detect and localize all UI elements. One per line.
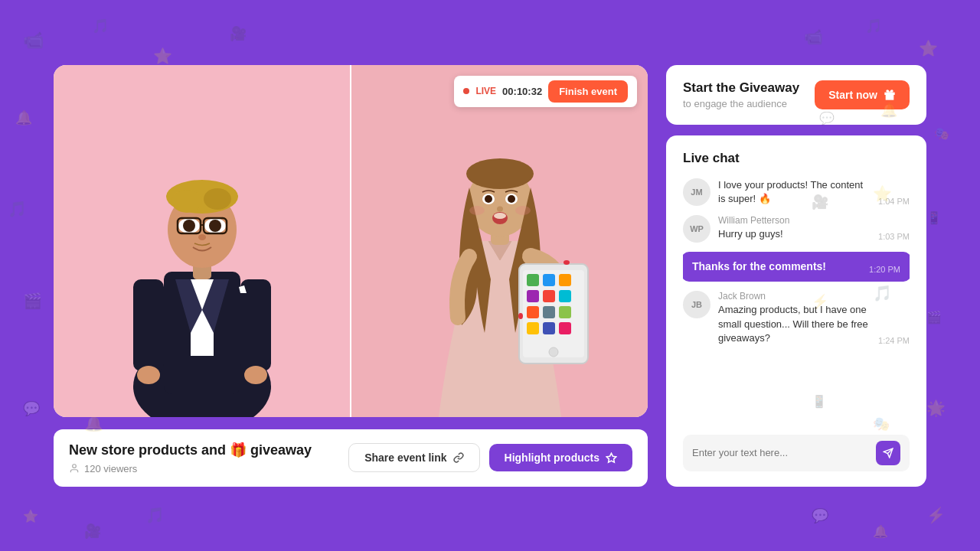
svg-point-92 — [73, 465, 77, 468]
gift-icon — [884, 89, 896, 101]
chat-time-2: 1:03 PM — [878, 232, 910, 241]
chat-content-highlighted: Thanks for the comments! 1:20 PM — [692, 259, 900, 275]
svg-rect-79 — [559, 274, 571, 286]
link-icon — [453, 452, 464, 463]
svg-rect-84 — [543, 306, 555, 318]
svg-rect-57 — [133, 279, 164, 371]
stream-actions: Share event link Highlight products — [348, 443, 632, 472]
svg-rect-81 — [543, 290, 555, 302]
chat-messages: JM I love your products! The content is … — [683, 178, 910, 422]
svg-text:🔔: 🔔 — [873, 524, 888, 539]
svg-rect-85 — [559, 306, 571, 318]
chat-time-4: 1:24 PM — [878, 336, 910, 345]
svg-point-51 — [183, 220, 195, 232]
video-left — [54, 65, 350, 417]
svg-point-90 — [564, 260, 570, 265]
star-icon — [606, 452, 617, 464]
svg-point-56 — [198, 234, 206, 240]
svg-point-65 — [466, 158, 534, 189]
avatar-wp: WP — [683, 215, 710, 243]
send-icon — [883, 448, 893, 458]
svg-point-59 — [137, 366, 160, 384]
giveaway-title: Start the Giveaway — [683, 80, 799, 96]
highlight-products-button[interactable]: Highlight products — [489, 444, 632, 471]
avatar-jm: JM — [683, 178, 710, 206]
svg-rect-86 — [527, 322, 539, 334]
svg-rect-77 — [527, 274, 539, 286]
chat-text-2: Hurry up guys! — [718, 227, 783, 241]
svg-text:🎵: 🎵 — [865, 18, 883, 34]
chat-content-2: William Petterson Hurry up guys! 1:03 PM — [718, 215, 910, 241]
avatar-jb: JB — [683, 291, 710, 318]
main-container: LIVE 00:10:32 Finish event — [31, 42, 949, 510]
start-now-button[interactable]: Start now — [815, 80, 910, 109]
chat-name-2: William Petterson — [718, 215, 910, 226]
viewers-icon — [69, 463, 80, 474]
svg-point-73 — [469, 206, 485, 215]
chat-bubble-highlighted: Thanks for the comments! 1:20 PM — [692, 259, 900, 275]
chat-time-1: 1:04 PM — [878, 197, 910, 206]
chat-content-4: Jack Brown Amazing products, but I have … — [718, 291, 910, 345]
viewers-row: 120 viewers — [69, 463, 312, 474]
svg-marker-93 — [606, 453, 616, 462]
video-area: LIVE 00:10:32 Finish event — [54, 65, 648, 417]
svg-point-89 — [549, 347, 558, 357]
giveaway-subtitle: to engage the audience — [683, 98, 799, 109]
svg-point-69 — [508, 195, 515, 203]
svg-text:🎵: 🎵 — [8, 200, 27, 218]
svg-point-74 — [515, 206, 531, 215]
svg-rect-83 — [527, 306, 539, 318]
svg-text:🎥: 🎥 — [84, 523, 102, 540]
svg-rect-80 — [527, 290, 539, 302]
svg-point-68 — [485, 195, 492, 203]
svg-text:💬: 💬 — [812, 507, 829, 524]
chat-message-1: JM I love your products! The content is … — [683, 178, 910, 206]
chat-card: Live chat JM I love your products! The c… — [666, 135, 926, 487]
svg-point-48 — [204, 188, 231, 210]
chat-message-4: JB Jack Brown Amazing products, but I ha… — [683, 291, 910, 345]
giveaway-text: Start the Giveaway to engage the audienc… — [683, 80, 799, 109]
chat-input-area — [683, 435, 910, 471]
video-right: LIVE 00:10:32 Finish event — [351, 65, 648, 417]
chat-bubble-4: Amazing products, but I have one small q… — [718, 303, 910, 345]
svg-rect-78 — [543, 274, 555, 286]
left-panel: LIVE 00:10:32 Finish event — [54, 65, 648, 487]
chat-name-4: Jack Brown — [718, 291, 910, 302]
chat-text-4: Amazing products, but I have one small q… — [718, 303, 872, 345]
chat-input[interactable] — [692, 447, 870, 458]
share-event-link-button[interactable]: Share event link — [348, 443, 479, 472]
svg-point-47 — [172, 190, 202, 213]
stream-info-bar: New store products and 🎁 giveaway 120 vi… — [54, 429, 648, 487]
chat-bubble-1: I love your products! The content is sup… — [718, 178, 910, 206]
svg-point-52 — [209, 220, 221, 232]
svg-rect-82 — [559, 290, 571, 302]
svg-point-70 — [497, 206, 503, 211]
chat-title: Live chat — [683, 151, 910, 166]
stream-title: New store products and 🎁 giveaway — [69, 442, 312, 458]
svg-rect-87 — [543, 322, 555, 334]
stream-title-area: New store products and 🎁 giveaway 120 vi… — [69, 442, 312, 474]
chat-bubble-2: Hurry up guys! 1:03 PM — [718, 227, 910, 241]
chat-message-2: WP William Petterson Hurry up guys! 1:03… — [683, 215, 910, 243]
chat-text-highlighted: Thanks for the comments! — [692, 259, 826, 275]
svg-text:🎥: 🎥 — [230, 25, 247, 42]
chat-text-1: I love your products! The content is sup… — [718, 178, 872, 206]
giveaway-card: Start the Giveaway to engage the audienc… — [666, 65, 926, 125]
svg-point-60 — [244, 366, 267, 384]
viewers-count: 120 viewers — [84, 463, 137, 474]
chat-message-highlighted: Thanks for the comments! 1:20 PM — [683, 252, 910, 282]
chat-time-highlighted: 1:20 PM — [869, 265, 900, 274]
svg-rect-88 — [559, 322, 571, 334]
svg-text:🎵: 🎵 — [92, 18, 109, 34]
svg-point-72 — [494, 213, 506, 219]
chat-content-1: I love your products! The content is sup… — [718, 178, 910, 206]
send-message-button[interactable] — [876, 441, 900, 465]
svg-point-91 — [518, 313, 523, 319]
right-panel: Start the Giveaway to engage the audienc… — [666, 65, 926, 487]
svg-text:⭐: ⭐ — [23, 509, 38, 523]
